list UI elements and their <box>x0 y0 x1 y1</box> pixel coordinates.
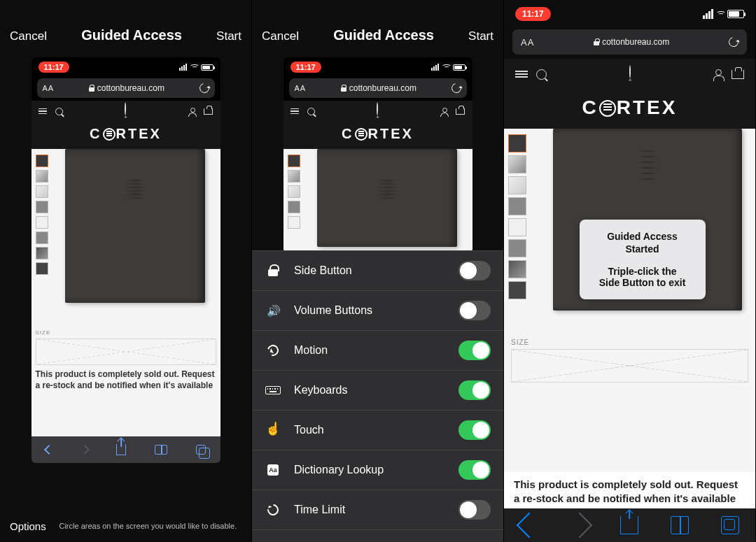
menu-icon[interactable] <box>515 71 528 77</box>
account-icon[interactable] <box>188 108 195 115</box>
thumbnail[interactable] <box>288 216 300 229</box>
recording-time-pill[interactable]: 11:17 <box>515 7 551 21</box>
bookmarks-button[interactable] <box>671 516 689 534</box>
text-size-button[interactable]: AA <box>43 84 55 92</box>
soldout-message: This product is completely sold out. Req… <box>36 369 216 391</box>
bookmarks-button[interactable] <box>155 445 167 455</box>
toggle-side_button[interactable] <box>458 261 491 280</box>
safari-toolbar <box>31 436 220 463</box>
page-domain: cottonbureau.com <box>349 83 416 93</box>
keyboard-icon <box>265 386 281 394</box>
share-button[interactable] <box>620 516 638 534</box>
battery-icon <box>453 64 465 71</box>
app-preview: 11:17 AA cottonbureau.com + <box>284 57 472 253</box>
options-sheet: Side Button🔊Volume ButtonsMotionKeyboard… <box>252 250 503 542</box>
text-size-button[interactable]: AA <box>295 84 307 92</box>
url-bar[interactable]: AA cottonbureau.com <box>289 78 467 98</box>
battery-icon <box>201 64 214 71</box>
tabs-button[interactable] <box>196 445 206 455</box>
thumbnail[interactable] <box>36 216 48 229</box>
cart-icon[interactable] <box>456 108 465 115</box>
site-logo-icon <box>377 102 378 115</box>
size-label: SIZE <box>36 329 216 336</box>
guided-access-header: Cancel Guided Access Start <box>0 0 251 49</box>
thumbnail[interactable] <box>288 170 300 183</box>
thumbnail[interactable] <box>36 201 48 213</box>
account-icon[interactable] <box>440 108 447 115</box>
search-icon[interactable] <box>55 108 63 115</box>
recording-time-pill: 11:17 <box>38 62 69 73</box>
back-button[interactable] <box>517 513 542 539</box>
reload-icon[interactable] <box>449 81 463 94</box>
thumbnail-strip[interactable] <box>288 155 300 229</box>
back-button[interactable] <box>44 445 54 455</box>
page-domain: cottonbureau.com <box>602 37 669 47</box>
thumbnail[interactable] <box>508 134 526 152</box>
start-button[interactable]: Start <box>468 29 493 43</box>
size-label: SIZE <box>511 338 748 346</box>
timer-icon <box>265 502 281 518</box>
wifi-icon <box>190 64 198 71</box>
text-size-button[interactable]: AA <box>521 37 534 48</box>
menu-icon[interactable] <box>38 108 47 114</box>
share-button[interactable] <box>116 444 126 455</box>
reload-icon[interactable] <box>727 35 740 48</box>
thumbnail[interactable] <box>508 281 526 299</box>
cancel-button[interactable]: Cancel <box>10 29 47 43</box>
toggle-keyboards[interactable] <box>458 380 491 400</box>
thumbnail-strip[interactable] <box>36 155 48 275</box>
cart-icon[interactable] <box>732 70 744 79</box>
thumbnail[interactable] <box>288 185 300 198</box>
thumbnail[interactable] <box>36 185 48 198</box>
options-button[interactable]: Options <box>10 520 46 532</box>
app-preview: 11:17 AA cottonbureau.com + <box>31 57 220 463</box>
thumbnail[interactable] <box>508 197 526 215</box>
search-icon[interactable] <box>307 108 315 115</box>
thumbnail[interactable] <box>36 247 48 259</box>
product-area[interactable]: SIZE This product is completely sold out… <box>31 149 220 436</box>
url-bar[interactable]: AA cottonbureau.com <box>37 78 215 98</box>
status-bar: 11:17 <box>284 57 472 76</box>
thumbnail[interactable] <box>508 260 526 278</box>
tabs-button[interactable] <box>721 516 739 534</box>
thumbnail[interactable] <box>36 262 48 275</box>
option-label: Motion <box>294 344 446 357</box>
product-brand: CRTEX <box>284 122 472 149</box>
toggle-motion[interactable] <box>458 341 491 360</box>
site-logo-icon <box>125 102 126 115</box>
thumbnail[interactable] <box>508 239 526 257</box>
done-button[interactable]: Done <box>252 530 503 542</box>
url-bar[interactable]: AA cottonbureau.com <box>512 29 747 55</box>
thumbnail[interactable] <box>36 231 48 244</box>
thumbnail[interactable] <box>36 155 48 167</box>
menu-icon[interactable] <box>290 108 299 114</box>
thumbnail[interactable] <box>288 201 300 213</box>
cancel-button[interactable]: Cancel <box>262 29 299 43</box>
forward-button <box>80 445 90 455</box>
toggle-time_limit[interactable] <box>458 500 491 520</box>
thumbnail[interactable] <box>508 218 526 236</box>
thumbnail[interactable] <box>288 155 300 167</box>
toggle-volume[interactable] <box>458 301 491 320</box>
option-label: Keyboards <box>294 384 446 397</box>
lock-icon <box>594 38 599 45</box>
cellular-icon <box>703 9 713 19</box>
start-button[interactable]: Start <box>216 29 241 43</box>
cart-icon[interactable] <box>204 108 213 115</box>
option-row-volume: 🔊Volume Buttons <box>252 291 503 331</box>
thumbnail-strip[interactable] <box>508 134 526 299</box>
product-image <box>317 149 457 247</box>
guided-access-hint: Circle areas on the screen you would lik… <box>55 521 241 531</box>
product-area[interactable] <box>284 149 472 253</box>
option-label: Volume Buttons <box>294 304 446 317</box>
toggle-dictionary[interactable] <box>458 460 491 480</box>
product-area[interactable]: Guided Access Started Triple-click the S… <box>504 129 755 472</box>
recording-time-pill: 11:17 <box>290 62 321 73</box>
reload-icon[interactable] <box>197 81 211 94</box>
thumbnail[interactable] <box>36 170 48 183</box>
account-icon[interactable] <box>713 69 723 79</box>
thumbnail[interactable] <box>508 176 526 194</box>
toggle-touch[interactable] <box>458 420 491 440</box>
thumbnail[interactable] <box>508 155 526 173</box>
search-icon[interactable] <box>536 69 547 80</box>
